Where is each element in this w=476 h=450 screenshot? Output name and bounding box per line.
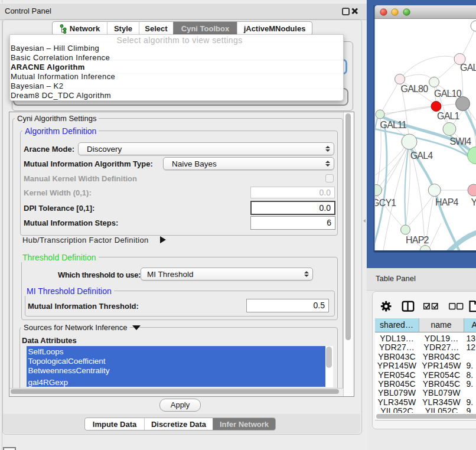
svg-text:SWI4: SWI4: [450, 136, 472, 146]
svg-text:GAL11: GAL11: [380, 120, 407, 130]
svg-text:GAL10: GAL10: [434, 89, 462, 99]
svg-text:HAP4: HAP4: [435, 197, 458, 207]
svg-text:GAL80: GAL80: [401, 84, 429, 94]
svg-text:GAL1: GAL1: [437, 111, 460, 121]
svg-text:GAL4: GAL4: [410, 151, 433, 161]
svg-text:GAL7: GAL7: [460, 63, 476, 73]
svg-text:YEL: YEL: [471, 197, 476, 207]
svg-text:GCY1: GCY1: [372, 198, 396, 208]
svg-text:HAP2: HAP2: [406, 235, 429, 245]
